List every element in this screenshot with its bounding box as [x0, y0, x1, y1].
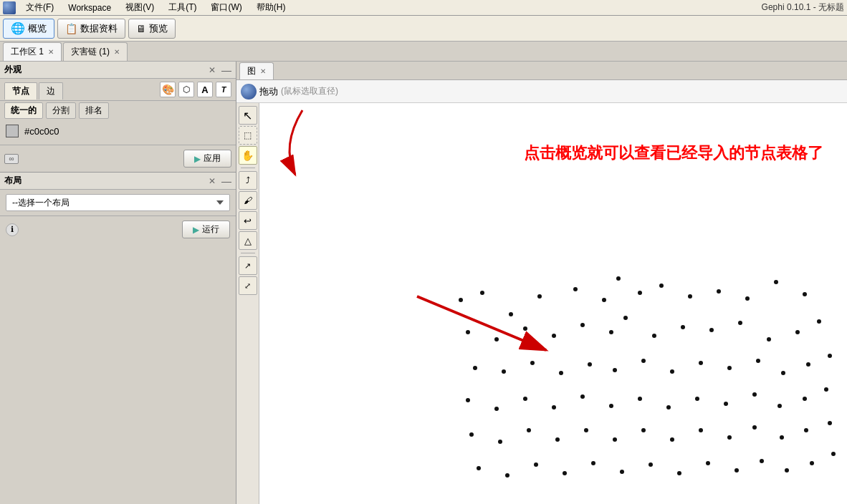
- node-dot: [552, 334, 556, 338]
- tool-separator-1: [241, 168, 255, 168]
- apply-button[interactable]: ▶ 应用: [183, 150, 231, 168]
- color-palette-icon[interactable]: 🎨: [160, 82, 176, 97]
- mode-unified[interactable]: 统一的: [4, 102, 43, 119]
- move-tool[interactable]: ✋: [239, 146, 257, 165]
- calamity-label: 灾害链 (1): [71, 46, 110, 58]
- mode-tabs: 统一的 分割 排名: [0, 101, 236, 120]
- layout-select-row: --选择一个布局: [0, 190, 236, 215]
- graph-canvas[interactable]: 点击概览就可以查看已经导入的节点表格了: [259, 103, 847, 504]
- node-dot: [523, 397, 527, 401]
- menu-window[interactable]: 窗口(W): [206, 0, 246, 15]
- data-table-button[interactable]: 📋 数据资料: [57, 19, 125, 39]
- mode-partition[interactable]: 分割: [46, 102, 76, 119]
- color-swatch[interactable]: [6, 125, 19, 137]
- left-panel: 外观 ✕ — 节点 边 🎨 ⬡ A T: [0, 62, 236, 504]
- node-dot: [681, 325, 685, 329]
- node-dot: [806, 362, 810, 367]
- tool-separator-2: [241, 253, 255, 253]
- node-dot: [709, 328, 714, 332]
- link-chain-icon[interactable]: ∞: [4, 154, 19, 164]
- node-dot: [534, 462, 538, 467]
- tool-sidebar: ↖ ⬚ ✋ ⤴ 🖌 ↩ △ ↗ ⤢: [236, 103, 259, 504]
- node-dot: [584, 428, 588, 432]
- node-dot: [706, 461, 710, 465]
- run-button[interactable]: ▶ 运行: [182, 220, 230, 238]
- graph-toolbar: 拖动 (鼠标选取直径): [236, 80, 847, 103]
- apply-area: ∞ ▶ 应用: [0, 145, 236, 172]
- node-dot: [620, 470, 624, 474]
- node-dot: [724, 402, 728, 406]
- preview-label: 预览: [149, 22, 168, 35]
- menu-tools[interactable]: 工具(T): [164, 0, 201, 15]
- lasso-tool[interactable]: ⤴: [239, 171, 257, 190]
- graph-tab-label: 图: [247, 65, 256, 77]
- layout-info-icon[interactable]: ℹ: [6, 223, 19, 236]
- edge-tool-1[interactable]: ↗: [239, 256, 257, 275]
- layout-close[interactable]: ✕: [209, 176, 216, 186]
- node-dot: [616, 276, 621, 281]
- tab-workspace1[interactable]: 工作区 1 ✕: [3, 42, 62, 61]
- node-dot: [804, 428, 808, 432]
- node-dot: [727, 366, 732, 370]
- workspace1-close[interactable]: ✕: [48, 48, 54, 56]
- node-dot: [559, 371, 563, 375]
- data-label: 数据资料: [80, 22, 118, 35]
- node-dot: [688, 294, 692, 299]
- marquee-tool[interactable]: ⬚: [239, 126, 257, 145]
- workspace1-label: 工作区 1: [11, 46, 44, 58]
- node-dot: [767, 337, 771, 341]
- preview-icon: 🖥: [136, 23, 146, 34]
- main-toolbar: 🌐 概览 📋 数据资料 🖥 预览: [0, 16, 847, 42]
- node-dot: [774, 280, 778, 284]
- node-dot: [580, 394, 585, 399]
- node-dot: [466, 398, 470, 402]
- node-dot: [727, 435, 732, 440]
- sub-tab-node[interactable]: 节点: [4, 82, 37, 100]
- node-dot: [573, 287, 578, 291]
- tab-calamity[interactable]: 灾害链 (1) ✕: [63, 42, 128, 61]
- node-dot: [785, 468, 789, 472]
- node-dot: [552, 405, 556, 410]
- calamity-close[interactable]: ✕: [114, 48, 120, 56]
- node-dot: [502, 369, 506, 374]
- overview-arrow-annotation: [259, 103, 403, 189]
- menu-help[interactable]: 帮助(H): [252, 0, 290, 15]
- node-dot: [652, 334, 656, 338]
- node-dot: [670, 437, 674, 442]
- text-t-icon[interactable]: T: [216, 82, 231, 97]
- node-dot: [555, 437, 560, 442]
- appearance-minimize[interactable]: —: [221, 64, 231, 76]
- node-dot: [781, 371, 785, 375]
- layout-minimize[interactable]: —: [221, 175, 231, 187]
- node-dot: [738, 321, 742, 325]
- preview-button[interactable]: 🖥 预览: [128, 19, 176, 39]
- zoom-tool[interactable]: △: [239, 231, 257, 250]
- appearance-header: 外观 ✕ —: [0, 62, 236, 79]
- text-a-icon[interactable]: A: [197, 82, 213, 97]
- paint-tool[interactable]: 🖌: [239, 191, 257, 210]
- graph-tab[interactable]: 图 ✕: [239, 62, 274, 79]
- node-dot: [609, 330, 613, 334]
- mode-rank[interactable]: 排名: [79, 102, 109, 119]
- color-value: #c0c0c0: [24, 126, 59, 137]
- graph-tab-close[interactable]: ✕: [260, 67, 266, 75]
- menu-file[interactable]: 文件(F): [21, 0, 58, 15]
- node-dot: [509, 312, 513, 316]
- node-dot: [613, 437, 617, 442]
- node-dot: [828, 421, 832, 425]
- menu-workspace[interactable]: Workspace: [64, 1, 115, 14]
- select-tool[interactable]: ↖: [239, 106, 257, 125]
- sub-tab-edge[interactable]: 边: [39, 82, 63, 100]
- rotate-tool[interactable]: ↩: [239, 211, 257, 230]
- overview-button[interactable]: 🌐 概览: [3, 19, 54, 39]
- graph-tab-bar: 图 ✕: [236, 62, 847, 80]
- gephi-logo: [241, 84, 257, 100]
- appearance-close[interactable]: ✕: [209, 65, 216, 75]
- node-dot: [831, 452, 836, 456]
- edge-tool-2[interactable]: ⤢: [239, 276, 257, 295]
- node-dot: [734, 468, 739, 472]
- node-dot: [537, 294, 542, 299]
- shape-icon[interactable]: ⬡: [178, 82, 194, 97]
- layout-select[interactable]: --选择一个布局: [6, 194, 230, 211]
- menu-view[interactable]: 视图(V): [121, 0, 158, 15]
